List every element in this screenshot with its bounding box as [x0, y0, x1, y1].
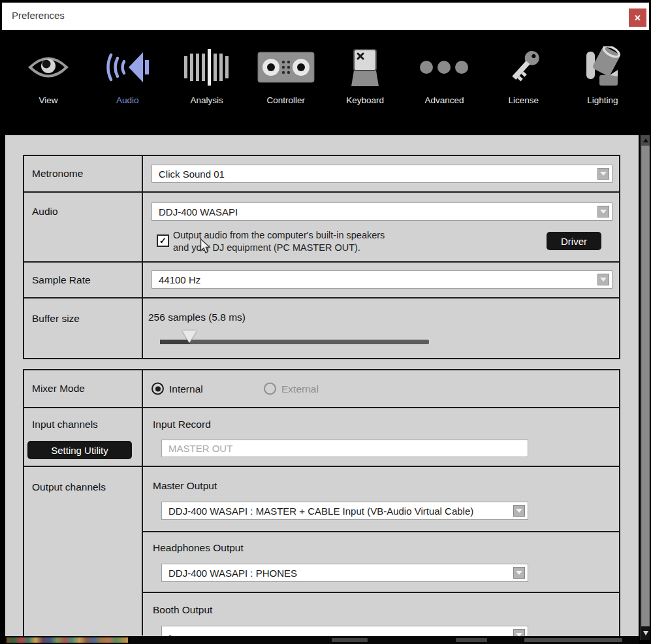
dj-controller-icon [257, 46, 315, 89]
check-icon: ✓ [159, 236, 167, 245]
mouse-cursor-icon [200, 238, 212, 257]
tab-audio[interactable]: Audio [95, 46, 160, 135]
close-icon: ✕ [634, 13, 641, 23]
ellipsis-dots-icon [419, 46, 469, 89]
waveform-bars-icon [183, 46, 231, 89]
tab-license-label: License [508, 95, 539, 105]
tab-analysis-label: Analysis [190, 95, 223, 105]
keycap-icon [345, 46, 385, 89]
scroll-down-icon[interactable] [641, 626, 650, 640]
scrollbar-thumb[interactable] [642, 146, 649, 626]
audio-device-row: Audio DDJ-400 WASAPI ✓ Output audio from… [24, 193, 619, 263]
tab-license[interactable]: License [491, 46, 556, 135]
speaker-icon [105, 46, 150, 89]
driver-button[interactable]: Driver [547, 232, 601, 250]
input-record-field[interactable]: MASTER OUT [161, 440, 528, 457]
mixer-settings-table: Mixer Mode Internal External Input cha [23, 369, 620, 638]
buffer-size-slider[interactable] [160, 340, 429, 344]
output-channels-label: Output channels [32, 481, 106, 493]
sample-rate-select-value: 44100 Hz [159, 274, 200, 285]
tab-view-label: View [39, 95, 57, 105]
tab-controller-label: Controller [267, 95, 306, 105]
eye-icon [28, 46, 69, 89]
setting-utility-button[interactable]: Setting Utility [27, 441, 132, 459]
master-output-select[interactable]: DDJ-400 WASAPI : MASTER + CABLE Input (V… [161, 502, 528, 520]
headphones-output-select-value: DDJ-400 WASAPI : PHONES [168, 568, 297, 579]
dropdown-arrow-icon [597, 168, 609, 180]
input-channels-row: Input channels Setting Utility Input Rec… [24, 408, 619, 467]
slider-thumb[interactable] [182, 330, 197, 343]
vertical-scrollbar[interactable] [640, 135, 650, 640]
tab-keyboard[interactable]: Keyboard [332, 46, 398, 135]
preferences-toolbar: View Audio [0, 30, 651, 135]
moving-head-light-icon [582, 46, 623, 89]
sample-rate-row: Sample Rate 44100 Hz [24, 263, 619, 298]
audio-device-select-value: DDJ-400 WASAPI [159, 206, 238, 217]
master-output-select-value: DDJ-400 WASAPI : MASTER + CABLE Input (V… [168, 506, 473, 517]
radio-selected-icon [151, 383, 164, 395]
tab-advanced-label: Advanced [424, 95, 464, 105]
buffer-size-label: Buffer size [32, 313, 80, 325]
waveform-thumbnail [7, 637, 128, 643]
tab-lighting-label: Lighting [587, 95, 618, 105]
tab-controller[interactable]: Controller [253, 46, 319, 135]
mixer-mode-external-radio[interactable]: External [264, 383, 319, 395]
section-divider [143, 592, 619, 593]
dropdown-arrow-icon [597, 206, 609, 217]
metronome-label: Metronome [32, 168, 83, 180]
settings-panel: Metronome Click Sound 01 Audio DDJ-400 W… [5, 135, 639, 644]
audio-settings-table: Metronome Click Sound 01 Audio DDJ-400 W… [23, 155, 620, 359]
headphones-output-select[interactable]: DDJ-400 WASAPI : PHONES [161, 564, 528, 582]
mixer-mode-row: Mixer Mode Internal External [24, 370, 619, 408]
buffer-size-value: 256 samples (5.8 ms) [148, 312, 246, 323]
output-channels-row: Output channels Master Output DDJ-400 WA… [24, 467, 619, 636]
title-bar: Preferences ✕ [2, 3, 649, 30]
dropdown-arrow-icon [597, 274, 609, 285]
metronome-row: Metronome Click Sound 01 [24, 156, 619, 193]
tab-audio-label: Audio [116, 95, 139, 105]
tab-lighting[interactable]: Lighting [570, 46, 635, 135]
tab-advanced[interactable]: Advanced [411, 46, 477, 135]
dropdown-arrow-icon [513, 567, 525, 579]
sample-rate-select[interactable]: 44100 Hz [151, 270, 612, 289]
window-title: Preferences [12, 10, 65, 21]
master-output-label: Master Output [153, 480, 217, 492]
section-divider [143, 531, 619, 532]
tab-keyboard-label: Keyboard [346, 95, 384, 105]
key-icon [505, 46, 543, 89]
sample-rate-label: Sample Rate [32, 274, 91, 286]
buffer-size-row: Buffer size 256 samples (5.8 ms) [24, 298, 619, 359]
tab-analysis[interactable]: Analysis [174, 46, 240, 135]
mixer-mode-label: Mixer Mode [32, 383, 85, 394]
scroll-up-icon[interactable] [641, 135, 650, 146]
audio-device-select[interactable]: DDJ-400 WASAPI [151, 202, 612, 221]
preferences-window: Preferences ✕ View [0, 0, 651, 644]
input-channels-label: Input channels [32, 419, 98, 430]
radio-unselected-icon [264, 383, 276, 395]
audio-label: Audio [32, 206, 58, 217]
close-button[interactable]: ✕ [629, 8, 646, 27]
headphones-output-label: Headphones Output [153, 542, 244, 554]
tab-view[interactable]: View [16, 46, 81, 135]
mixer-mode-internal-radio[interactable]: Internal [151, 383, 203, 395]
metronome-select[interactable]: Click Sound 01 [151, 165, 612, 183]
metronome-select-value: Click Sound 01 [159, 169, 225, 180]
booth-output-label: Booth Output [153, 604, 212, 616]
pc-master-out-checkbox[interactable]: ✓ [157, 234, 169, 247]
dropdown-arrow-icon [513, 505, 525, 517]
input-record-label: Input Record [153, 419, 211, 430]
background-app-strip [5, 636, 639, 644]
